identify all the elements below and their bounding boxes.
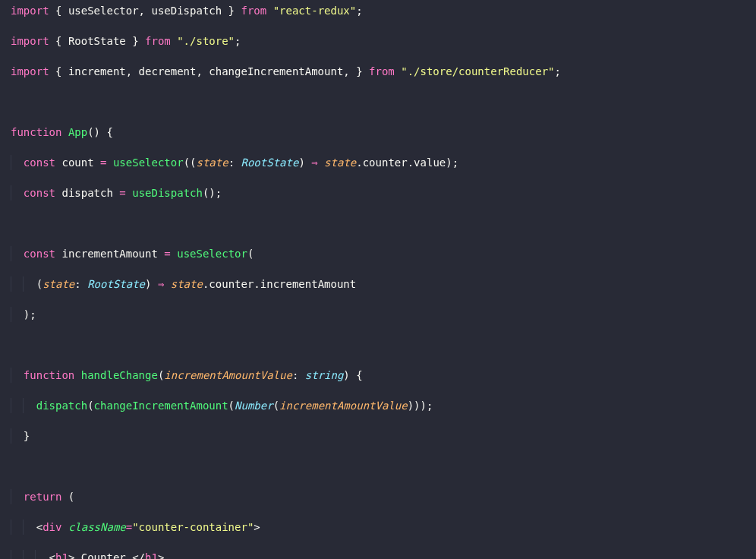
code-line[interactable] [5,94,751,109]
code-text: const incrementAmount = useSelector( [11,248,254,260]
code-text: const dispatch = useDispatch(); [11,187,222,199]
code-line[interactable]: <div className="counter-container"> [5,520,751,535]
code-line[interactable]: import { RootState } from "./store"; [5,33,751,49]
code-line[interactable]: <h1> Counter </h1> [5,550,751,559]
code-line[interactable]: function App() { [5,125,751,140]
code-line[interactable]: const dispatch = useDispatch(); [5,185,751,201]
code-line[interactable]: dispatch(changeIncrementAmount(Number(in… [5,398,751,413]
code-line[interactable] [5,216,751,231]
code-text: dispatch(changeIncrementAmount(Number(in… [11,400,433,412]
code-text: function App() { [11,126,113,138]
code-line[interactable]: } [5,428,751,444]
code-line[interactable] [5,459,751,474]
code-line[interactable]: const count = useSelector((state: RootSt… [5,155,751,170]
code-line[interactable]: return ( [5,489,751,504]
code-text: <h1> Counter </h1> [11,551,164,559]
code-line[interactable]: function handleChange(incrementAmountVal… [5,368,751,383]
code-text: ); [11,308,36,321]
code-text: return ( [11,491,74,503]
code-editor[interactable]: import { useSelector, useDispatch } from… [0,0,756,559]
code-text: (state: RootState) ⇒ state.counter.incre… [11,278,356,290]
code-text: function handleChange(incrementAmountVal… [11,369,363,381]
code-text: } [11,430,30,442]
code-line[interactable]: ); [5,307,751,322]
code-line[interactable]: const incrementAmount = useSelector( [5,246,751,261]
code-text: <div className="counter-container"> [11,521,260,533]
code-text: import { useSelector, useDispatch } from… [11,5,363,17]
code-text: const count = useSelector((state: RootSt… [11,156,458,169]
code-text: import { increment, decrement, changeInc… [11,65,561,77]
code-line[interactable] [5,337,751,352]
code-line[interactable]: (state: RootState) ⇒ state.counter.incre… [5,276,751,292]
code-line[interactable]: import { useSelector, useDispatch } from… [5,3,751,18]
code-text: import { RootState } from "./store"; [11,35,241,47]
code-line[interactable]: import { increment, decrement, changeInc… [5,64,751,79]
